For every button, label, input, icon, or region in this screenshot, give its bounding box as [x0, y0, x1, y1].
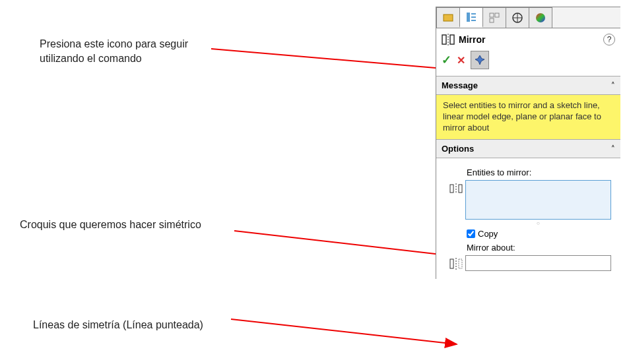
panel-title-row: Mirror ?: [436, 28, 620, 48]
options-body: Entities to mirror: Copy Mirror about:: [436, 158, 620, 279]
message-section-header[interactable]: Message ˄: [436, 76, 620, 95]
message-header-label: Message: [442, 80, 478, 90]
tab-featuremanager[interactable]: [436, 7, 460, 28]
annotation-entities: Croquis que queremos hacer simétrico: [20, 218, 201, 232]
panel-tab-row: [436, 7, 620, 28]
mirror-entities-icon: [447, 180, 465, 195]
svg-rect-5: [467, 13, 470, 22]
annotation-mirror-about: Líneas de simetría (Línea punteada): [33, 318, 203, 332]
svg-rect-22: [459, 185, 462, 193]
tab-dimxpert[interactable]: [506, 7, 529, 28]
svg-rect-9: [490, 13, 494, 17]
svg-rect-18: [450, 35, 454, 44]
svg-rect-4: [444, 15, 453, 21]
ok-button[interactable]: ✓: [442, 53, 451, 67]
tab-displaymanager[interactable]: [529, 7, 552, 28]
tab-propertymanager[interactable]: [459, 7, 483, 28]
svg-line-3: [231, 319, 457, 344]
entities-to-mirror-label: Entities to mirror:: [467, 167, 615, 177]
tab-configurationmanager[interactable]: [482, 7, 506, 28]
property-manager-panel: Mirror ? ✓ ✕ Message ˄ Select entities t…: [436, 7, 620, 279]
help-button[interactable]: ?: [603, 34, 615, 46]
featuremanager-icon: [442, 12, 454, 24]
displaymanager-icon: [535, 12, 546, 24]
svg-rect-25: [459, 259, 462, 268]
copy-row: Copy: [467, 229, 615, 239]
copy-checkbox[interactable]: [467, 229, 475, 238]
chevron-up-icon: ˄: [611, 144, 615, 153]
svg-point-15: [536, 13, 545, 22]
cancel-button[interactable]: ✕: [457, 54, 465, 67]
chevron-up-icon: ˄: [611, 81, 615, 90]
svg-rect-16: [442, 35, 446, 44]
panel-title: Mirror: [459, 34, 603, 45]
pin-button[interactable]: [471, 51, 489, 69]
mirror-icon: [442, 34, 455, 46]
copy-label: Copy: [478, 229, 498, 239]
svg-rect-23: [450, 259, 453, 268]
entities-field-row: [447, 180, 615, 220]
mirror-about-icon: [447, 255, 465, 270]
mirror-about-input[interactable]: [465, 255, 611, 271]
mirror-about-label: Mirror about:: [467, 243, 615, 253]
confirm-row: ✓ ✕: [436, 48, 620, 76]
pin-icon: [475, 55, 485, 65]
options-header-label: Options: [442, 144, 474, 154]
message-body: Select entities to mirror and a sketch l…: [436, 95, 620, 139]
svg-rect-20: [450, 185, 453, 193]
dimxpert-icon: [512, 12, 523, 24]
configmanager-icon: [488, 12, 500, 24]
entities-to-mirror-input[interactable]: [465, 180, 611, 220]
propertymanager-icon: [465, 11, 477, 23]
annotation-pin: Presiona este icono para seguir utilizan…: [40, 37, 224, 65]
options-section-header[interactable]: Options ˄: [436, 139, 620, 158]
svg-rect-10: [495, 13, 499, 17]
svg-rect-11: [490, 18, 494, 22]
mirror-about-field-row: [447, 255, 615, 271]
svg-marker-19: [475, 55, 484, 65]
